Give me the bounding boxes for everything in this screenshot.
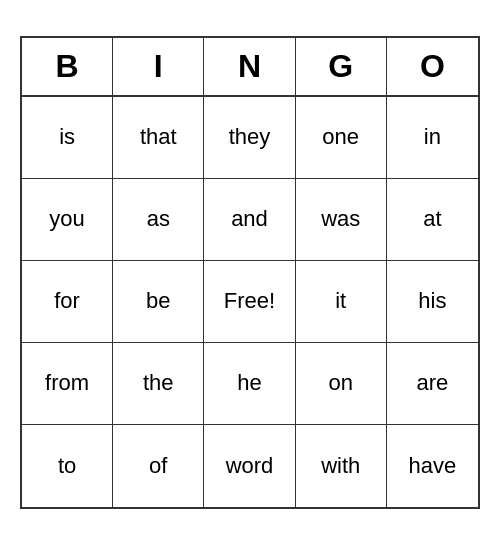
bingo-cell: you [22,179,113,261]
bingo-cell: his [387,261,478,343]
bingo-cell: one [296,97,387,179]
bingo-cell: it [296,261,387,343]
bingo-cell: be [113,261,204,343]
bingo-cell: he [204,343,295,425]
bingo-cell: to [22,425,113,507]
bingo-cell: that [113,97,204,179]
bingo-cell: was [296,179,387,261]
bingo-cell: with [296,425,387,507]
bingo-cell: of [113,425,204,507]
header-i: I [113,38,204,95]
header-g: G [296,38,387,95]
bingo-cell: is [22,97,113,179]
bingo-cell: at [387,179,478,261]
bingo-cell: they [204,97,295,179]
bingo-cell: have [387,425,478,507]
header-n: N [204,38,295,95]
bingo-header: B I N G O [22,38,478,97]
header-o: O [387,38,478,95]
bingo-cell: word [204,425,295,507]
bingo-cell: from [22,343,113,425]
bingo-cell: are [387,343,478,425]
bingo-cell: on [296,343,387,425]
bingo-cell: as [113,179,204,261]
bingo-cell: Free! [204,261,295,343]
bingo-cell: and [204,179,295,261]
bingo-cell: the [113,343,204,425]
bingo-grid: isthattheyoneinyouasandwasatforbeFree!it… [22,97,478,507]
bingo-card: B I N G O isthattheyoneinyouasandwasatfo… [20,36,480,509]
header-b: B [22,38,113,95]
bingo-cell: in [387,97,478,179]
bingo-cell: for [22,261,113,343]
